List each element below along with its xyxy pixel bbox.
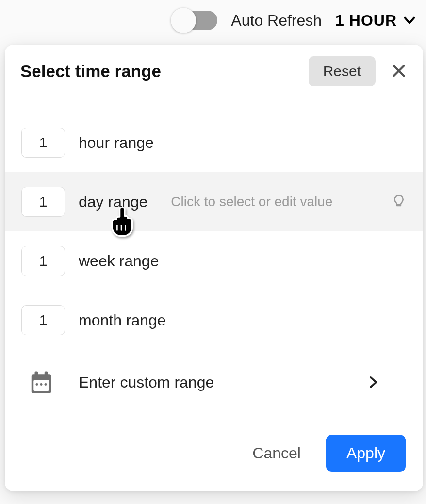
cancel-button[interactable]: Cancel [246, 439, 307, 467]
svg-point-7 [40, 383, 43, 386]
toggle-knob [171, 8, 196, 33]
month-range-input[interactable] [21, 305, 65, 335]
auto-refresh-label: Auto Refresh [231, 12, 322, 30]
range-row-day[interactable]: day range Click to select or edit value [5, 172, 423, 231]
dialog-footer: Cancel Apply [5, 417, 423, 491]
month-range-label: month range [79, 311, 166, 329]
chevron-down-icon [402, 13, 417, 28]
svg-rect-3 [35, 372, 38, 376]
range-list: hour range day range Click to select or … [5, 101, 423, 417]
header-actions: Reset [309, 56, 409, 86]
svg-point-6 [36, 383, 38, 386]
apply-button[interactable]: Apply [326, 435, 406, 472]
close-icon [390, 62, 408, 81]
time-range-selector[interactable]: 1 HOUR [335, 12, 417, 30]
svg-point-8 [45, 383, 47, 386]
day-range-input[interactable] [21, 187, 65, 217]
range-row-hour[interactable]: hour range [5, 113, 423, 172]
custom-range-row[interactable]: Enter custom range [5, 350, 423, 417]
lightbulb-icon [391, 194, 407, 210]
day-range-label: day range [79, 193, 147, 211]
week-range-input[interactable] [21, 246, 65, 276]
svg-rect-4 [45, 372, 48, 376]
time-range-dialog: Select time range Reset hour range day r… [5, 45, 423, 491]
calendar-icon [28, 369, 54, 395]
custom-range-label: Enter custom range [79, 374, 214, 391]
range-row-week[interactable]: week range [5, 231, 423, 291]
week-range-label: week range [79, 252, 159, 270]
top-bar: Auto Refresh 1 HOUR [0, 0, 426, 47]
close-button[interactable] [389, 62, 409, 81]
hour-range-label: hour range [79, 134, 154, 152]
hover-hint: Click to select or edit value [171, 194, 332, 210]
hour-range-input[interactable] [21, 128, 65, 158]
dialog-header: Select time range Reset [5, 45, 423, 101]
range-row-month[interactable]: month range [5, 291, 423, 350]
chevron-right-icon [366, 375, 380, 390]
selected-range-text: 1 HOUR [335, 12, 397, 30]
dialog-title: Select time range [20, 62, 161, 81]
auto-refresh-toggle[interactable] [174, 11, 217, 30]
reset-button[interactable]: Reset [309, 56, 376, 86]
